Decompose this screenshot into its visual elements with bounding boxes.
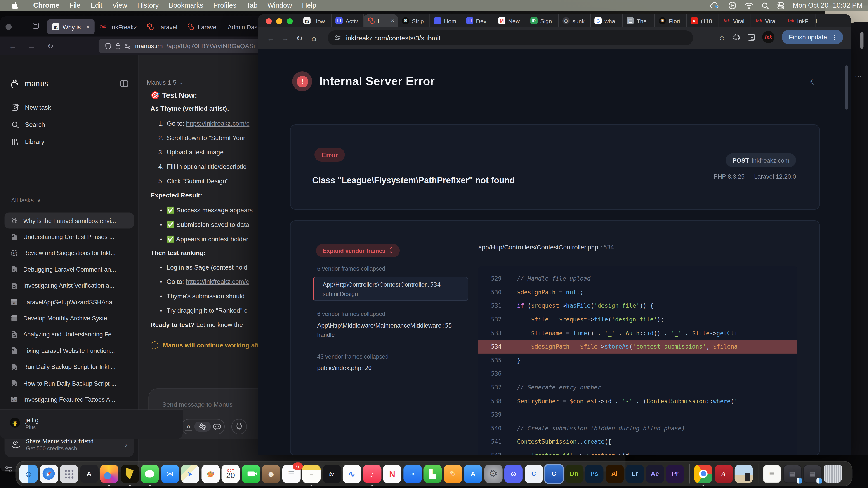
minimize-window-icon[interactable] bbox=[276, 18, 282, 24]
task-item[interactable]: Understanding Contest Phases ... bbox=[4, 229, 134, 245]
firefox-tab-1[interactable]: mWhy is× bbox=[47, 20, 94, 34]
collapsed-frames-toggle[interactable]: 43 vendor frames collapsed bbox=[317, 353, 389, 359]
firefox-tab-4[interactable]: Laravel bbox=[182, 20, 223, 34]
expand-vendor-frames-button[interactable]: Expand vendor frames ⌃⌄ bbox=[316, 244, 400, 257]
stack-frame[interactable]: App\Http\Middleware\MaintenanceMiddlewar… bbox=[317, 322, 452, 338]
chrome-tab-13[interactable]: ▶(118 bbox=[687, 14, 719, 27]
task-item[interactable]: Develop Monthly Archive Syste... bbox=[4, 310, 134, 326]
dock-item-trash[interactable] bbox=[824, 464, 842, 483]
chrome-tab-15[interactable]: InkViral bbox=[751, 14, 783, 27]
reading-mode-icon[interactable] bbox=[747, 33, 755, 41]
dock-item-lightroom[interactable]: Lr bbox=[625, 464, 644, 483]
dock-item-contacts[interactable]: ☻ bbox=[262, 464, 280, 483]
dock-item-photos[interactable]: ❀ bbox=[201, 464, 219, 483]
dock-item-finder[interactable]: ☺ bbox=[20, 464, 38, 483]
dock-item-app-c-active[interactable]: C bbox=[545, 464, 563, 483]
link[interactable]: https://inkfreakz.com/c bbox=[186, 120, 249, 127]
sidebar-collapse-icon[interactable] bbox=[120, 80, 128, 88]
dock-item-pages[interactable]: ✎ bbox=[444, 464, 462, 483]
ff-back-icon[interactable]: ← bbox=[6, 41, 19, 51]
firefox-tab-3[interactable]: Laravel bbox=[142, 20, 182, 34]
close-tab-icon[interactable]: × bbox=[86, 24, 90, 30]
close-window-icon[interactable] bbox=[266, 18, 272, 24]
dock-item-messages[interactable] bbox=[141, 464, 159, 483]
task-item[interactable]: </>LaravelAppSetupWizardSSHAnal... bbox=[4, 294, 134, 310]
dock-item-photo-beach[interactable] bbox=[735, 464, 753, 483]
menu-item-file[interactable]: File bbox=[64, 2, 86, 9]
task-item[interactable]: </>Investigating Featured Tattoos A... bbox=[4, 391, 134, 408]
chrome-tab-4[interactable]: ✳Strip bbox=[398, 14, 430, 27]
dock-item-doc-stack[interactable]: ≣ bbox=[763, 464, 781, 483]
dock-item-safari[interactable] bbox=[39, 464, 58, 483]
dock-item-mail[interactable]: ✉ bbox=[161, 464, 179, 483]
chat-bubble-icon[interactable] bbox=[213, 423, 221, 430]
chrome-tab-10[interactable]: Gwha bbox=[591, 14, 623, 27]
chrome-tab-5[interactable]: ❐Hom bbox=[430, 14, 462, 27]
task-item[interactable]: Debugging Laravel Comment an... bbox=[4, 261, 134, 278]
task-item[interactable]: Run Daily Backup Script for InkF... bbox=[4, 359, 134, 375]
page-scrollbar-thumb[interactable] bbox=[845, 65, 848, 109]
chrome-tab-6[interactable]: ❐Dev bbox=[462, 14, 494, 27]
close-tab-icon[interactable]: × bbox=[391, 18, 394, 24]
dock-item-notes[interactable]: ≡ bbox=[302, 464, 320, 483]
bookmark-star-icon[interactable]: ☆ bbox=[719, 33, 725, 41]
dock-item-dimension[interactable]: Dn bbox=[565, 464, 583, 483]
dock-item-app-store[interactable]: A bbox=[464, 464, 482, 483]
dock-item-freeform[interactable]: ∿ bbox=[343, 464, 361, 483]
task-item[interactable]: How to Run Daily Backup Script ... bbox=[4, 375, 134, 391]
dock-item-premiere[interactable]: Pr bbox=[666, 464, 684, 483]
preferences-sliders-icon[interactable] bbox=[4, 466, 13, 471]
dock-item-chrome[interactable] bbox=[694, 464, 712, 483]
creative-cloud-sync-icon[interactable] bbox=[710, 2, 720, 9]
chrome-tab-14[interactable]: InkViral bbox=[719, 14, 751, 27]
background-scrollbar-thumb[interactable] bbox=[860, 32, 864, 48]
dock-item-acrobat[interactable]: A bbox=[714, 464, 733, 483]
chrome-tab-1[interactable]: mHow bbox=[300, 14, 332, 27]
zoom-window-icon[interactable] bbox=[287, 18, 293, 24]
dock-item-photo-wing[interactable] bbox=[121, 464, 139, 483]
dark-mode-toggle-icon[interactable]: ☾ bbox=[808, 76, 818, 88]
kebab-menu-icon[interactable]: ⋮ bbox=[831, 33, 837, 41]
sidebar-item-new-task[interactable]: New task bbox=[5, 100, 133, 115]
model-selector[interactable]: Manus 1.5 ⌄ bbox=[147, 79, 183, 86]
dock-item-settings[interactable]: ⚙ bbox=[484, 464, 502, 483]
reload-icon[interactable]: ↻ bbox=[292, 33, 307, 42]
chrome-tab-11[interactable]: ▤The bbox=[623, 14, 655, 27]
chrome-tab-16[interactable]: InkInkF bbox=[783, 14, 815, 27]
address-bar[interactable]: inkfreakz.com/contests/3/submit bbox=[328, 31, 693, 45]
collapsed-frames-toggle[interactable]: 6 vendor frames collapsed bbox=[317, 311, 385, 317]
ff-forward-icon[interactable]: → bbox=[26, 41, 38, 51]
chrome-tab-2[interactable]: ❐Activ bbox=[332, 14, 364, 27]
task-item[interactable]: Why is the Laravel sandbox envi... bbox=[4, 213, 134, 229]
site-settings-icon[interactable] bbox=[334, 35, 341, 41]
firefox-view-icon[interactable] bbox=[32, 22, 39, 29]
dock-item-launchpad[interactable] bbox=[60, 464, 78, 483]
menu-bar-clock[interactable]: Mon Oct 20 10:02 PM bbox=[793, 2, 863, 9]
spotlight-search-icon[interactable] bbox=[762, 2, 769, 9]
link[interactable]: https://inkfreakz.com/c bbox=[186, 278, 249, 285]
dock-item-facetime[interactable] bbox=[242, 464, 260, 483]
account-panel[interactable]: ◉ jeff g Plus bbox=[0, 410, 183, 439]
menu-item-tab[interactable]: Tab bbox=[241, 2, 262, 9]
lock-icon[interactable] bbox=[115, 42, 121, 50]
sidebar-item-search[interactable]: Search bbox=[5, 117, 133, 132]
dock-item-calendar[interactable]: OCT20 bbox=[221, 464, 240, 483]
dock-item-reminders[interactable]: ☰6 bbox=[282, 464, 301, 483]
menu-item-edit[interactable]: Edit bbox=[86, 2, 107, 9]
shield-icon[interactable] bbox=[105, 42, 111, 50]
chrome-tab-3[interactable]: I× bbox=[364, 14, 398, 27]
dock-item-after-effects[interactable]: Ae bbox=[646, 464, 664, 483]
apple-menu-icon[interactable] bbox=[11, 1, 18, 10]
home-icon[interactable]: ⌂ bbox=[307, 33, 321, 42]
forward-icon[interactable]: → bbox=[278, 33, 292, 42]
voice-plug-icon[interactable] bbox=[231, 419, 247, 434]
dock-item-news[interactable]: N bbox=[383, 464, 401, 483]
dock-item-app-a[interactable]: A bbox=[80, 464, 98, 483]
dock-item-keynote[interactable]: ◔ bbox=[403, 464, 422, 483]
task-item[interactable]: Analyzing and Understanding Fe... bbox=[4, 326, 134, 343]
screen-record-icon[interactable] bbox=[728, 2, 736, 9]
sidebar-item-library[interactable]: Library bbox=[5, 134, 133, 150]
menu-item-bookmarks[interactable]: Bookmarks bbox=[164, 2, 208, 9]
task-item[interactable]: Fixing Laravel Website Function... bbox=[4, 343, 134, 359]
chrome-tab-9[interactable]: ⊕sunk bbox=[559, 14, 591, 27]
